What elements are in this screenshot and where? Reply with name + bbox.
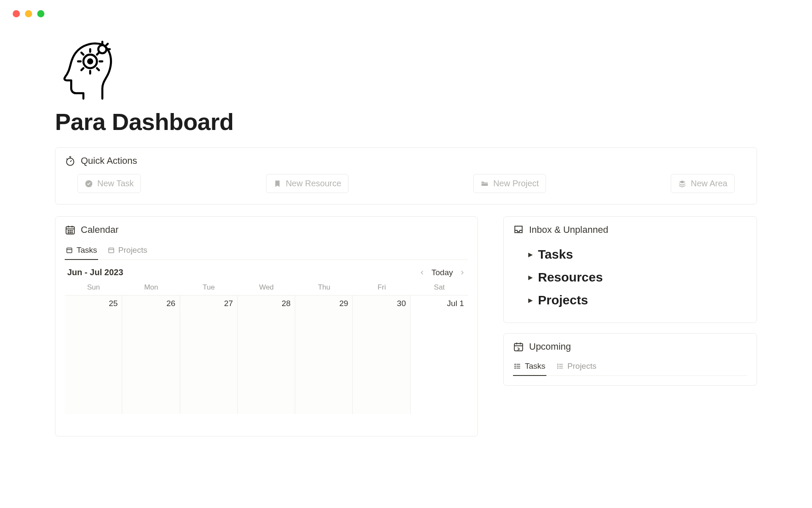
weekday-tue: Tue [180,282,238,295]
inbox-icon [513,224,524,235]
new-task-button[interactable]: New Task [77,174,141,193]
toggle-resources[interactable]: ▶ Resources [513,266,747,289]
day-cell[interactable]: 28 [238,295,295,414]
svg-point-29 [70,232,71,233]
new-area-button[interactable]: New Area [671,174,735,193]
svg-line-9 [97,52,99,55]
calendar-small-icon [107,246,115,254]
calendar-card: Calendar Tasks Projects Jun - Jul 2023 [55,216,478,436]
maximize-window-icon[interactable] [37,10,44,17]
new-resource-button[interactable]: New Resource [266,174,348,193]
folder-icon [480,179,489,188]
date-row: 25 26 27 28 29 30 Jul 1 [65,295,468,414]
check-circle-icon [85,179,93,188]
toggle-projects-label: Projects [538,293,588,307]
svg-point-28 [68,232,69,233]
page-title: Para Dashboard [55,108,757,135]
upcoming-tab-projects-label: Projects [568,362,597,371]
svg-point-44 [515,368,516,369]
inbox-title: Inbox & Unplanned [529,224,608,235]
weekday-sun: Sun [65,282,122,295]
weekday-fri: Fri [353,282,410,295]
svg-rect-31 [67,248,72,253]
calendar-arrow-icon [513,341,524,352]
svg-point-1 [88,59,92,64]
day-cell[interactable]: 30 [353,295,410,414]
chevron-right-icon[interactable] [459,269,466,276]
quick-actions-title: Quick Actions [81,155,137,166]
close-window-icon[interactable] [13,10,20,17]
new-project-label: New Project [493,179,539,188]
triangle-right-icon: ▶ [528,251,533,258]
tab-projects[interactable]: Projects [107,243,148,260]
upcoming-tab-projects[interactable]: Projects [556,360,598,376]
tab-projects-label: Projects [118,246,148,255]
day-cell[interactable]: 27 [180,295,238,414]
quick-actions-card: Quick Actions New Task New Resource New … [55,147,757,204]
calendar-small-icon [66,246,73,254]
svg-line-6 [81,52,83,55]
new-resource-label: New Resource [286,179,341,188]
tab-tasks-label: Tasks [77,246,97,255]
new-task-label: New Task [97,179,134,188]
stopwatch-icon [65,155,76,166]
toggle-tasks-label: Tasks [538,247,573,262]
layers-icon [678,179,686,188]
upcoming-card: Upcoming Tasks Projects [503,333,757,386]
svg-line-16 [70,160,71,162]
minimize-window-icon[interactable] [25,10,32,17]
page-hero-icon [55,34,757,104]
list-icon [557,362,564,370]
upcoming-title: Upcoming [529,341,571,352]
svg-line-7 [97,68,99,70]
upcoming-tab-tasks[interactable]: Tasks [513,360,546,376]
toggle-resources-label: Resources [538,270,603,284]
tab-tasks[interactable]: Tasks [65,243,98,260]
svg-point-27 [71,230,72,231]
window-traffic-lights [0,0,812,17]
svg-point-14 [69,67,71,69]
svg-point-48 [557,364,558,365]
weekday-mon: Mon [122,282,180,295]
head-gears-icon [55,34,123,102]
inbox-card: Inbox & Unplanned ▶ Tasks ▶ Resources ▶ … [503,216,757,323]
svg-point-42 [515,364,516,365]
weekday-thu: Thu [295,282,353,295]
svg-line-13 [107,44,108,45]
chevron-left-icon[interactable] [419,269,425,276]
new-area-label: New Area [691,179,727,188]
calendar-tabs: Tasks Projects [65,243,468,260]
triangle-right-icon: ▶ [528,297,533,304]
svg-point-30 [71,232,72,233]
svg-point-50 [557,368,558,369]
upcoming-tabs: Tasks Projects [513,360,747,376]
svg-point-43 [515,366,516,367]
day-cell[interactable]: 25 [65,295,122,414]
day-cell[interactable]: 26 [122,295,180,414]
toggle-tasks[interactable]: ▶ Tasks [513,243,747,266]
day-cell[interactable]: 29 [295,295,353,414]
calendar-icon [65,224,76,235]
weekday-sat: Sat [411,282,468,295]
weekday-row: Sun Mon Tue Wed Thu Fri Sat [65,282,468,295]
svg-line-8 [81,68,83,70]
upcoming-tab-tasks-label: Tasks [525,362,546,371]
svg-point-49 [557,366,558,367]
weekday-wed: Wed [238,282,295,295]
list-icon [514,362,521,370]
svg-line-19 [66,159,67,160]
triangle-right-icon: ▶ [528,274,533,281]
svg-point-10 [98,45,106,53]
svg-point-26 [70,230,71,231]
svg-point-25 [68,230,69,231]
today-button[interactable]: Today [431,268,453,277]
svg-rect-33 [109,248,114,253]
toggle-projects[interactable]: ▶ Projects [513,289,747,312]
new-project-button[interactable]: New Project [473,174,546,193]
bookmark-icon [273,179,282,188]
calendar-title: Calendar [81,224,118,235]
day-cell[interactable]: Jul 1 [411,295,468,414]
calendar-range: Jun - Jul 2023 [67,268,123,277]
